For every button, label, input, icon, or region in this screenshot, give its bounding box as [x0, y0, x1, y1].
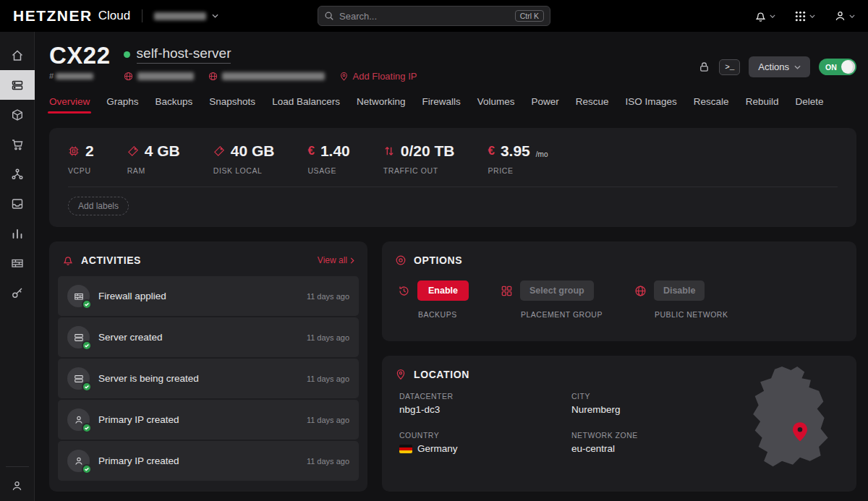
location-card: LOCATION DATACENTER nbg1-dc3 CITY Nuremb…	[382, 356, 856, 492]
search-icon	[324, 11, 334, 21]
tab-overview[interactable]: Overview	[49, 96, 90, 114]
actions-button[interactable]: Actions	[749, 56, 810, 77]
bell-icon	[754, 10, 767, 22]
sidebar-item-feedback[interactable]	[0, 471, 35, 501]
add-labels-button[interactable]: Add labels	[68, 197, 129, 215]
user-menu[interactable]	[834, 10, 855, 22]
ipv6-address[interactable]	[208, 72, 325, 81]
sidebar-item-security[interactable]	[0, 278, 35, 307]
actions-label: Actions	[758, 61, 789, 72]
server-name[interactable]: self-host-server	[137, 46, 231, 64]
germany-map	[738, 363, 848, 480]
options-title: OPTIONS	[414, 254, 462, 266]
tab-delete[interactable]: Delete	[795, 96, 823, 114]
project-selector[interactable]	[154, 12, 218, 20]
firewall-icon	[11, 257, 24, 270]
map-pin-icon	[395, 369, 407, 380]
topbar-divider	[142, 9, 142, 22]
cart-icon	[11, 138, 24, 151]
server-stats-card: 2 VCPU 4 GB RAM 40 GB DISK LO	[49, 128, 856, 227]
globe-icon	[124, 72, 133, 81]
activity-row: Server created 11 days ago	[58, 317, 359, 357]
bell-icon	[62, 254, 74, 266]
country-name: Germany	[417, 443, 458, 454]
location-fields: DATACENTER nbg1-dc3 CITY Nuremberg COUNT…	[382, 380, 729, 454]
stat-suffix: /mo	[536, 150, 548, 160]
ipv4-address[interactable]	[124, 72, 194, 81]
field-label: COUNTRY	[399, 431, 571, 440]
sidebar-item-networks[interactable]	[0, 159, 35, 189]
sidebar-item-home[interactable]	[0, 40, 35, 70]
success-check-badge	[82, 464, 92, 474]
tab-rebuild[interactable]: Rebuild	[746, 96, 779, 114]
tab-load-balancers[interactable]: Load Balancers	[272, 96, 340, 114]
servers-icon	[11, 79, 24, 92]
chevron-down-icon	[770, 14, 775, 18]
server-icon	[67, 367, 90, 390]
tab-power[interactable]: Power	[532, 96, 559, 114]
tab-volumes[interactable]: Volumes	[477, 96, 515, 114]
tab-rescue[interactable]: Rescue	[576, 96, 609, 114]
traffic-arrows-icon	[383, 145, 395, 157]
server-id-prefix: #	[49, 72, 54, 80]
search-input[interactable]	[339, 11, 510, 22]
select-group-button[interactable]: Select group	[520, 281, 594, 301]
sidebar-item-firewalls[interactable]	[0, 248, 35, 278]
public-network-option: Disable PUBLIC NETWORK	[634, 281, 728, 319]
home-icon	[11, 49, 24, 62]
euro-icon: €	[488, 144, 494, 158]
sidebar-item-volumes[interactable]	[0, 100, 35, 129]
search-bar[interactable]: Ctrl K	[318, 6, 550, 26]
stats-divider	[68, 187, 838, 187]
sidebar-item-marketplace[interactable]	[0, 129, 35, 159]
stat-value: 1.40	[320, 142, 350, 160]
apps-menu[interactable]	[794, 10, 815, 22]
disk-icon	[213, 145, 225, 157]
cloud-label: Cloud	[98, 9, 130, 23]
globe-icon	[634, 285, 647, 297]
tab-iso-images[interactable]: ISO Images	[626, 96, 677, 114]
stat-label: TRAFFIC OUT	[383, 166, 455, 175]
power-toggle-label: ON	[825, 63, 837, 72]
sidebar-item-metrics[interactable]	[0, 218, 35, 248]
server-controls: >_ Actions ON	[698, 43, 856, 77]
server-status-dot	[124, 51, 130, 58]
tab-graphs[interactable]: Graphs	[106, 96, 138, 114]
activity-time: 11 days ago	[307, 333, 349, 342]
server-name-block: self-host-server Add Floating IP	[124, 43, 417, 82]
console-button[interactable]: >_	[719, 59, 740, 75]
activity-row: Primary IP created 11 days ago	[58, 441, 359, 481]
server-header: CX22 # self-host-server	[49, 43, 856, 82]
tab-firewalls[interactable]: Firewalls	[422, 96, 460, 114]
placement-group-label: PLACEMENT GROUP	[521, 310, 603, 319]
field-value: Nuremberg	[571, 404, 729, 415]
server-tabs: Overview Graphs Backups Snapshots Load B…	[49, 96, 856, 114]
server-icon	[67, 326, 90, 348]
power-toggle[interactable]: ON	[819, 59, 856, 75]
sidebar-item-servers[interactable]	[0, 70, 35, 100]
enable-backups-button[interactable]: Enable	[417, 281, 469, 301]
placement-grid-icon	[501, 285, 513, 297]
stat-disk: 40 GB DISK LOCAL	[213, 142, 275, 175]
notifications-menu[interactable]	[754, 10, 775, 22]
lock-icon[interactable]	[698, 61, 710, 73]
sidebar-item-load-balancers[interactable]	[0, 189, 35, 218]
activities-card: ACTIVITIES View all Firewall applied 11 …	[49, 241, 367, 492]
ipv6-redacted	[222, 72, 325, 80]
disable-public-network-button[interactable]: Disable	[654, 281, 705, 301]
chevron-down-icon	[212, 14, 218, 18]
tab-snapshots[interactable]: Snapshots	[209, 96, 255, 114]
tab-rescale[interactable]: Rescale	[694, 96, 729, 114]
tab-networking[interactable]: Networking	[357, 96, 406, 114]
placement-group-option: Select group PLACEMENT GROUP	[501, 281, 603, 319]
add-floating-ip-link[interactable]: Add Floating IP	[339, 71, 417, 82]
activity-label: Primary IP created	[98, 414, 179, 425]
success-check-badge	[82, 382, 92, 392]
firewall-icon	[67, 285, 90, 307]
activity-time: 11 days ago	[307, 416, 349, 424]
cpu-icon	[68, 145, 80, 157]
view-all-link[interactable]: View all	[318, 255, 354, 265]
tab-backups[interactable]: Backups	[156, 96, 193, 114]
load-balancer-icon	[11, 197, 24, 210]
location-field-country: COUNTRY Germany	[399, 431, 571, 454]
